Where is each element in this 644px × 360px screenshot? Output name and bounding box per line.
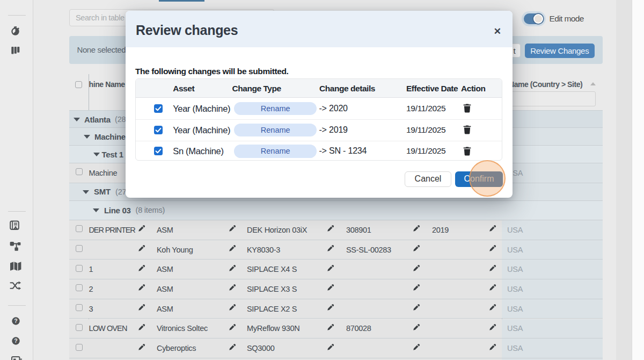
svg-text:?: ?: [14, 318, 17, 324]
svg-text:?: ?: [14, 337, 17, 344]
